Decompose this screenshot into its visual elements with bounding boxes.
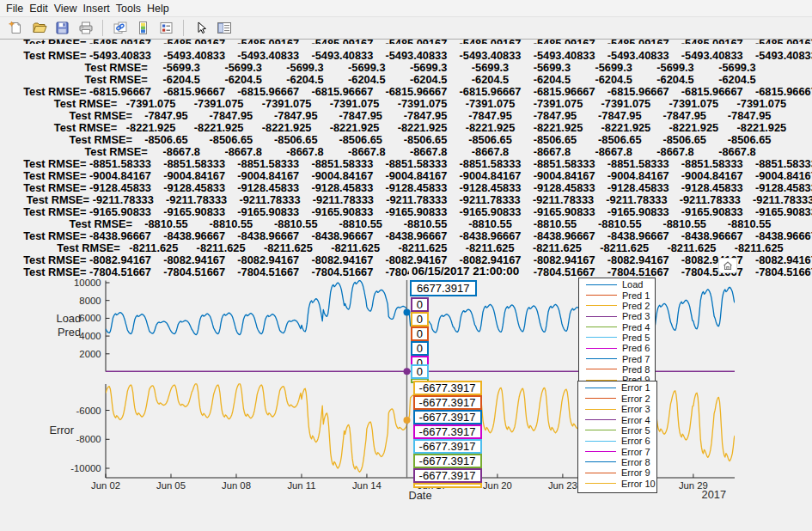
datatip-pred-value: 0 (411, 297, 430, 312)
svg-text:2000: 2000 (79, 349, 101, 359)
svg-text:-6000: -6000 (76, 406, 101, 416)
legend-label: Pred 6 (622, 343, 650, 353)
legend-label: Error 10 (621, 479, 656, 489)
legend-line-swatch (585, 461, 616, 462)
datatip-error-value: -6677.3917 (413, 424, 482, 439)
datatip-error-value: -6677.3917 (413, 395, 482, 410)
legend-load-pred[interactable]: LoadPred 1Pred 2Pred 3Pred 4Pred 5Pred 6… (578, 278, 656, 389)
svg-text:2017: 2017 (702, 488, 726, 501)
legend-line-swatch (585, 451, 616, 452)
legend-label: Pred 1 (622, 290, 650, 301)
legend-entry-error-10: Error 10 (578, 478, 656, 488)
menu-file[interactable]: File (4, 1, 26, 16)
legend-entry-pred-2: Pred 2 (579, 301, 655, 311)
legend-label: Pred 3 (622, 311, 650, 321)
svg-text:Jun 08: Jun 08 (222, 480, 251, 491)
datatip-pred-value: 0 (411, 364, 430, 379)
open-file-icon (32, 21, 47, 35)
legend-line-swatch (586, 369, 617, 369)
datatip-error-value: -6677.3917 (413, 381, 482, 395)
svg-text:6000: 6000 (79, 313, 101, 323)
legend-line-swatch (585, 441, 616, 442)
menu-help[interactable]: Help (145, 1, 172, 16)
menu-bar: FileEditViewInsertToolsHelp (0, 0, 812, 17)
legend-entry-pred-5: Pred 5 (579, 333, 655, 343)
svg-text:Jun 14: Jun 14 (352, 480, 382, 491)
legend-entry-error-7: Error 7 (578, 446, 656, 456)
legend-line-swatch (586, 348, 617, 349)
datatip-pred-value: 0 (411, 312, 430, 327)
legend-entry-load: Load (579, 279, 655, 290)
legend-entry-error-9: Error 9 (578, 467, 656, 478)
datatip-error-value: -6677.3917 (413, 410, 482, 424)
svg-text:10000: 10000 (74, 278, 101, 288)
home-restore-view-button[interactable] (718, 258, 737, 273)
legend-label: Pred 7 (622, 354, 650, 364)
legend-entry-pred-1: Pred 1 (579, 290, 655, 300)
legend-line-swatch (585, 388, 616, 388)
legend-label: Error 7 (621, 447, 650, 457)
legend-line-swatch (586, 358, 617, 359)
legend-entry-error-5: Error 5 (578, 425, 656, 436)
legend-label: Error 6 (621, 436, 650, 446)
datatip-datetime: 06/15/2017 21:00:00 (409, 265, 522, 278)
legend-entry-error-2: Error 2 (578, 394, 656, 404)
insert-colorbar-icon (136, 21, 150, 35)
insert-legend-icon (159, 21, 174, 35)
open-file-button[interactable] (27, 18, 51, 38)
svg-text:Date: Date (408, 489, 431, 502)
legend-entry-error-4: Error 4 (578, 414, 656, 424)
menu-edit[interactable]: Edit (27, 1, 51, 16)
legend-entry-error-6: Error 6 (578, 436, 656, 446)
menu-insert[interactable]: Insert (81, 1, 112, 16)
datatip-pred-value: 0 (411, 341, 430, 356)
toolbar-separator (183, 20, 184, 36)
menu-view[interactable]: View (52, 1, 79, 16)
svg-text:-10000: -10000 (70, 463, 101, 473)
legend-label: Pred 5 (622, 333, 650, 343)
legend-label: Load (622, 279, 643, 290)
print-figure-icon (78, 21, 94, 35)
datatip-error-value: -6677.3917 (413, 439, 482, 454)
legend-line-swatch (586, 337, 617, 338)
legend-line-swatch (585, 419, 616, 420)
plots-canvas: 200040006000800010000LoadPred-6000-8000-… (0, 0, 812, 531)
svg-text:Jun 02: Jun 02 (91, 480, 120, 491)
legend-label: Error 5 (621, 425, 650, 436)
datatip-error-value: -6677.3917 (413, 454, 482, 468)
legend-line-swatch (585, 398, 616, 399)
svg-text:-8000: -8000 (76, 434, 101, 444)
insert-colorbar-button[interactable] (131, 18, 155, 38)
legend-line-swatch (586, 327, 617, 327)
legend-entry-error-8: Error 8 (578, 457, 656, 467)
insert-legend-button[interactable] (155, 18, 178, 38)
legend-entry-pred-6: Pred 6 (579, 343, 655, 353)
legend-entry-pred-8: Pred 8 (579, 364, 655, 375)
edit-plot-arrow-button[interactable] (189, 18, 212, 38)
legend-line-swatch (586, 284, 617, 285)
save-figure-button[interactable] (51, 18, 74, 38)
legend-label: Error 4 (621, 415, 650, 425)
new-figure-icon (9, 21, 23, 35)
svg-text:Load: Load (57, 312, 81, 325)
print-figure-button[interactable] (74, 18, 97, 38)
toolbar-separator (102, 20, 103, 36)
legend-line-swatch (585, 409, 616, 410)
menu-tools[interactable]: Tools (113, 1, 143, 16)
legend-error[interactable]: Error 1Error 2Error 3Error 4Error 5Error… (577, 381, 657, 493)
legend-label: Pred 4 (622, 322, 650, 333)
link-plot-button[interactable] (108, 18, 131, 38)
legend-entry-pred-3: Pred 3 (579, 311, 655, 321)
new-figure-button[interactable] (4, 18, 27, 38)
legend-entry-pred-7: Pred 7 (579, 353, 655, 363)
legend-label: Pred 2 (622, 301, 650, 311)
svg-text:Error: Error (50, 424, 75, 436)
legend-line-swatch (586, 305, 617, 306)
plot-browser-button[interactable] (212, 18, 235, 38)
edit-plot-arrow-icon (194, 21, 208, 35)
legend-entry-error-3: Error 3 (578, 404, 656, 414)
legend-line-swatch (586, 295, 617, 296)
legend-entry-pred-4: Pred 4 (579, 321, 655, 332)
svg-text:Pred: Pred (58, 326, 81, 339)
svg-text:Jun 23: Jun 23 (548, 480, 577, 491)
